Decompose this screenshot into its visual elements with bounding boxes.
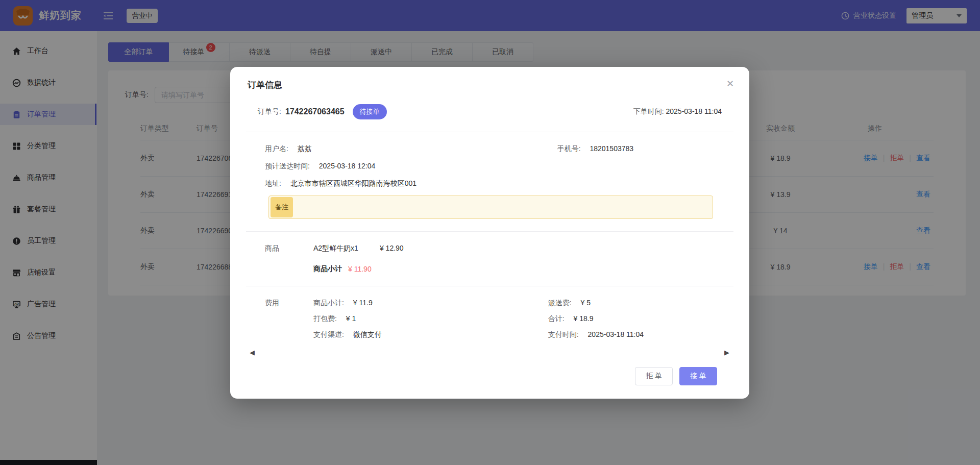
next-arrow-icon[interactable]: ▶ (724, 349, 729, 356)
order-summary-row: 订单号: 1742267063465 待接单 下单时间: 2025-03-18 … (246, 104, 733, 119)
pay-time-value: 2025-03-18 11:04 (588, 330, 644, 338)
reject-order-button[interactable]: 拒 单 (635, 367, 673, 385)
fee-total-value: ¥ 18.9 (574, 314, 594, 323)
address-label: 地址: (265, 179, 281, 187)
order-time-label: 下单时间: (633, 107, 664, 115)
pay-channel-value: 微信支付 (353, 330, 382, 338)
fee-delivery-value: ¥ 5 (581, 299, 591, 307)
fees-label: 费用 (265, 299, 313, 339)
eta-label: 预计送达时间: (265, 162, 310, 170)
goods-item-name: A2型鲜牛奶x1 (313, 244, 358, 253)
order-info-modal: 订单信息 ✕ 订单号: 1742267063465 待接单 下单时间: 2025… (230, 67, 749, 399)
fees-section: 费用 商品小计: ¥ 11.9 派送费: ¥ 5 打包费: ¥ 1 合计: ¥ … (246, 299, 733, 339)
order-no-value: 1742267063465 (285, 107, 345, 116)
user-name-value: 荔荔 (298, 144, 312, 153)
fee-subtotal-value: ¥ 11.9 (353, 299, 373, 307)
fee-packing-value: ¥ 1 (346, 314, 356, 323)
remark-tag: 备注 (271, 197, 293, 217)
user-name-label: 用户名: (265, 144, 288, 153)
phone-label: 手机号: (557, 144, 581, 153)
goods-label: 商品 (265, 244, 313, 274)
fee-total-label: 合计: (548, 314, 565, 323)
close-icon[interactable]: ✕ (726, 79, 734, 88)
fee-packing-label: 打包费: (313, 314, 337, 323)
fee-delivery-label: 派送费: (548, 299, 572, 307)
goods-subtotal-value: ¥ 11.90 (348, 265, 372, 273)
address-value: 北京市市辖区西城区华阳路南海校区001 (290, 179, 416, 187)
goods-item-price: ¥ 12.90 (380, 244, 404, 253)
modal-title: 订单信息 (248, 79, 282, 91)
pay-channel-label: 支付渠道: (313, 330, 344, 338)
order-time-value: 2025-03-18 11:04 (666, 107, 722, 115)
fee-subtotal-label: 商品小计: (313, 299, 344, 307)
goods-subtotal-label: 商品小计 (313, 264, 342, 274)
customer-section: 用户名: 荔荔 手机号: 18201503783 预计送达时间: 2025-03… (246, 132, 733, 219)
order-status-badge: 待接单 (353, 104, 387, 119)
pay-time-label: 支付时间: (548, 330, 579, 338)
remark-box: 备注 (268, 195, 713, 219)
carousel-controls: ◀ ▶ (246, 349, 733, 356)
eta-value: 2025-03-18 12:04 (319, 162, 376, 170)
accept-order-button[interactable]: 接 单 (679, 367, 717, 385)
phone-value: 18201503783 (590, 144, 633, 153)
prev-arrow-icon[interactable]: ◀ (250, 349, 255, 356)
goods-section: 商品 A2型鲜牛奶x1 ¥ 12.90 商品小计 ¥ 11.90 (246, 244, 733, 274)
order-no-label: 订单号: (258, 107, 281, 116)
